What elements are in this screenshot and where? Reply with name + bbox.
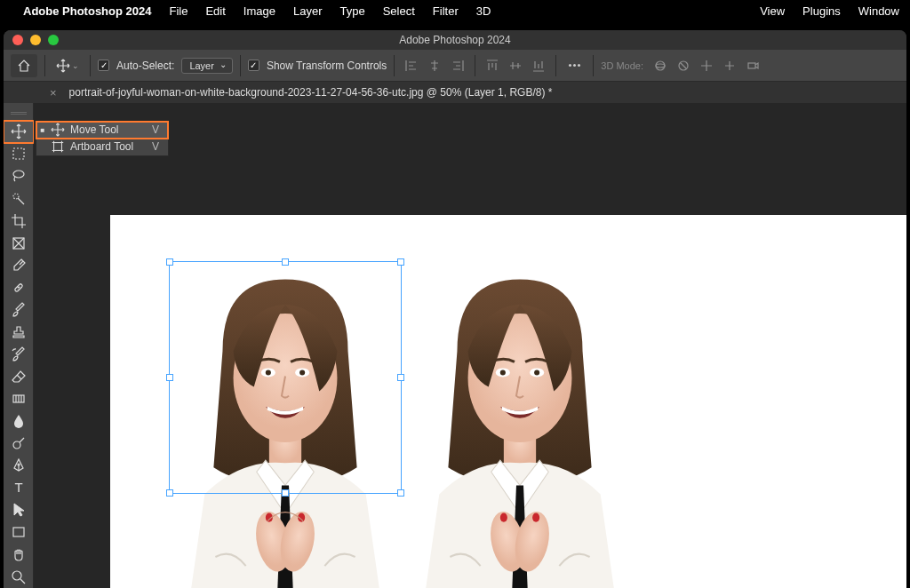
- home-button[interactable]: [11, 54, 37, 77]
- move-icon: [56, 59, 70, 73]
- divider: [394, 55, 395, 76]
- align-bottom-icon[interactable]: [529, 56, 548, 75]
- document-tab-bar: × portrait-of-joyful-woman-on-white-back…: [4, 82, 906, 103]
- divider: [475, 55, 475, 76]
- camera-3d-icon[interactable]: [743, 56, 762, 75]
- auto-select-checkbox[interactable]: ✓: [98, 60, 109, 71]
- flyout-artboard-tool[interactable]: Artboard Tool V: [36, 139, 168, 155]
- marquee-icon: [11, 146, 27, 162]
- type-icon: T: [11, 480, 27, 496]
- lasso-tool[interactable]: [4, 165, 34, 187]
- zoom-window-button[interactable]: [48, 35, 59, 45]
- svg-point-31: [534, 369, 539, 375]
- menu-3d[interactable]: 3D: [476, 4, 491, 18]
- align-hcenter-icon[interactable]: [425, 56, 444, 75]
- canvas-viewport[interactable]: [34, 103, 906, 588]
- move-tool[interactable]: ■ Move Tool V Artboard Tool V: [4, 121, 34, 143]
- tool-preset-picker[interactable]: ⌄: [52, 57, 83, 75]
- menu-window[interactable]: Window: [858, 4, 899, 18]
- shape-tool[interactable]: [4, 521, 34, 544]
- menu-type[interactable]: Type: [340, 4, 365, 18]
- window-titlebar: Adobe Photoshop 2024: [4, 30, 906, 50]
- pan-3d-icon[interactable]: [697, 56, 716, 75]
- mode-3d-icons: [651, 56, 762, 75]
- frame-icon: [11, 235, 27, 251]
- eraser-tool[interactable]: [4, 365, 34, 387]
- divider: [593, 55, 594, 76]
- more-options-button[interactable]: [563, 64, 586, 67]
- menu-filter[interactable]: Filter: [433, 4, 459, 18]
- minimize-window-button[interactable]: [30, 35, 41, 45]
- main-area: ■ Move Tool V Artboard Tool V: [4, 103, 906, 588]
- close-tab-icon[interactable]: ×: [50, 86, 57, 99]
- svg-point-6: [13, 171, 24, 178]
- orbit-3d-icon[interactable]: [651, 56, 670, 75]
- frame-tool[interactable]: [4, 232, 34, 254]
- macos-menubar: Adobe Photoshop 2024 File Edit Image Lay…: [0, 0, 910, 21]
- zoom-tool[interactable]: [4, 566, 34, 588]
- eyedropper-tool[interactable]: [4, 254, 34, 276]
- panel-grip-icon[interactable]: [11, 112, 27, 117]
- blur-tool[interactable]: [4, 410, 34, 433]
- align-right-icon[interactable]: [448, 56, 467, 75]
- pen-tool[interactable]: [4, 455, 34, 477]
- close-window-button[interactable]: [12, 35, 23, 45]
- divider: [555, 55, 556, 76]
- brush-tool[interactable]: [4, 298, 34, 321]
- menu-plugins[interactable]: Plugins: [802, 4, 841, 18]
- menu-edit[interactable]: Edit: [205, 4, 225, 18]
- layer-portrait-1[interactable]: [169, 261, 402, 588]
- divider: [90, 55, 91, 76]
- auto-select-target-dropdown[interactable]: Layer: [181, 58, 233, 74]
- menu-file[interactable]: File: [169, 4, 188, 18]
- rect-icon: [11, 524, 27, 540]
- menu-view[interactable]: View: [760, 4, 785, 18]
- roll-3d-icon[interactable]: [674, 56, 693, 75]
- flyout-item-label: Artboard Tool: [70, 140, 143, 153]
- svg-point-1: [656, 64, 665, 68]
- layer-portrait-2[interactable]: [403, 261, 636, 588]
- window-title: Adobe Photoshop 2024: [4, 34, 906, 46]
- show-transform-checkbox[interactable]: ✓: [248, 60, 259, 71]
- home-icon: [17, 59, 31, 73]
- move-tool-flyout: ■ Move Tool V Artboard Tool V: [36, 121, 169, 156]
- slide-3d-icon[interactable]: [720, 56, 739, 75]
- arrow-icon: [11, 502, 27, 518]
- svg-point-19: [266, 369, 271, 375]
- crop-tool[interactable]: [4, 210, 34, 232]
- svg-point-29: [500, 369, 506, 375]
- artboard[interactable]: [110, 215, 906, 588]
- path-select-tool[interactable]: [4, 499, 34, 521]
- menu-layer[interactable]: Layer: [293, 4, 323, 18]
- history-brush-tool[interactable]: [4, 343, 34, 365]
- svg-text:T: T: [14, 480, 22, 495]
- crop-icon: [11, 213, 27, 229]
- stamp-tool[interactable]: [4, 321, 34, 343]
- type-tool[interactable]: T: [4, 477, 34, 499]
- zoom-icon: [11, 569, 27, 585]
- brush-icon: [11, 302, 27, 318]
- align-left-icon[interactable]: [402, 56, 421, 75]
- window-traffic-lights: [4, 35, 59, 45]
- menu-select[interactable]: Select: [383, 4, 415, 18]
- hand-icon: [11, 547, 27, 563]
- svg-point-0: [656, 61, 665, 70]
- macos-app-name[interactable]: Adobe Photoshop 2024: [23, 4, 151, 18]
- marquee-tool[interactable]: [4, 143, 34, 165]
- flyout-item-shortcut: V: [152, 123, 159, 136]
- divider: [240, 55, 241, 76]
- svg-rect-3: [748, 63, 755, 68]
- auto-select-label: Auto-Select:: [116, 60, 174, 72]
- align-top-icon[interactable]: [483, 56, 502, 75]
- flyout-move-tool[interactable]: ■ Move Tool V: [36, 122, 168, 139]
- document-tab[interactable]: × portrait-of-joyful-woman-on-white-back…: [39, 83, 563, 103]
- history-brush-icon: [11, 346, 27, 362]
- svg-point-15: [12, 571, 21, 580]
- hand-tool[interactable]: [4, 544, 34, 566]
- menu-image[interactable]: Image: [243, 4, 275, 18]
- dodge-tool[interactable]: [4, 433, 34, 455]
- quick-select-tool[interactable]: [4, 187, 34, 210]
- gradient-tool[interactable]: [4, 388, 34, 410]
- align-vcenter-icon[interactable]: [506, 56, 525, 75]
- heal-tool[interactable]: [4, 276, 34, 298]
